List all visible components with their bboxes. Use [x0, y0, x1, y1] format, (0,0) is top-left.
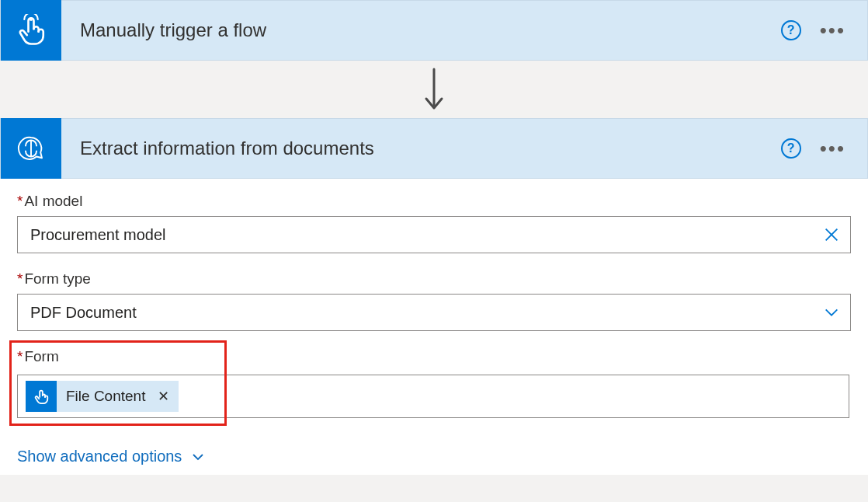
ai-builder-icon [15, 132, 47, 165]
flow-designer: Manually trigger a flow ? ••• Extract in… [0, 0, 868, 475]
more-menu-icon[interactable]: ••• [820, 20, 845, 40]
more-menu-icon[interactable]: ••• [820, 138, 845, 159]
chevron-down-icon [191, 450, 205, 464]
form-label-text: Form [24, 348, 58, 364]
field-label: *AI model [17, 193, 851, 210]
action-title: Extract information from documents [61, 138, 781, 159]
ai-model-input[interactable]: Procurement model [17, 216, 851, 253]
ai-model-label-text: AI model [24, 193, 82, 209]
manual-trigger-icon [15, 14, 47, 47]
svg-point-0 [30, 18, 33, 21]
chevron-down-icon[interactable] [813, 294, 850, 331]
action-body: *AI model Procurement model *Form type P… [0, 179, 868, 475]
action-actions: ? ••• [781, 138, 867, 159]
form-token-input[interactable]: File Content ✕ [17, 375, 849, 418]
action-icon-box [1, 118, 61, 179]
action-step-header[interactable]: Extract information from documents ? ••• [0, 118, 868, 179]
trigger-icon-box [1, 0, 61, 61]
field-form-type: *Form type PDF Document [17, 270, 851, 331]
show-advanced-options-link[interactable]: Show advanced options [17, 441, 205, 465]
field-form-wrapper: *Form File Content ✕ [17, 348, 851, 426]
field-label: *Form type [17, 270, 851, 288]
field-label: *Form [17, 348, 59, 365]
connector-arrow [0, 61, 868, 118]
token-remove-icon[interactable]: ✕ [155, 388, 179, 405]
trigger-actions: ? ••• [781, 20, 867, 40]
ai-model-value: Procurement model [18, 226, 813, 244]
field-ai-model: *AI model Procurement model [17, 193, 851, 253]
arrow-down-icon [423, 68, 445, 111]
dynamic-content-token[interactable]: File Content ✕ [26, 381, 179, 412]
help-icon[interactable]: ? [781, 20, 801, 40]
trigger-title: Manually trigger a flow [61, 19, 781, 41]
manual-trigger-icon [26, 381, 57, 412]
trigger-step-header[interactable]: Manually trigger a flow ? ••• [0, 0, 868, 61]
form-type-select[interactable]: PDF Document [17, 294, 851, 331]
clear-icon[interactable] [813, 216, 850, 253]
token-label: File Content [57, 388, 155, 405]
form-type-label-text: Form type [24, 270, 91, 287]
help-icon[interactable]: ? [781, 138, 801, 159]
advanced-link-text: Show advanced options [17, 448, 182, 465]
form-type-value: PDF Document [18, 304, 813, 322]
